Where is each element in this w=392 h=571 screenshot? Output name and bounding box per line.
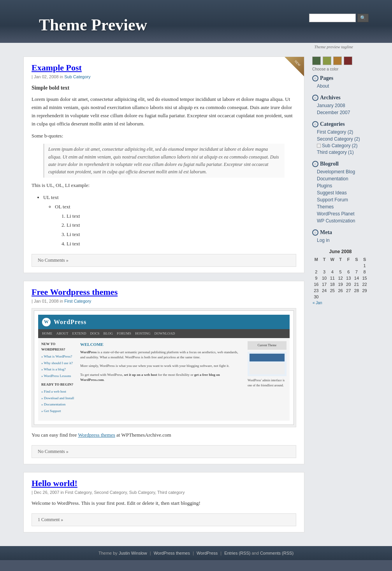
post-category[interactable]: First Category bbox=[64, 299, 91, 303]
list-item: December 2007 bbox=[317, 109, 369, 116]
list-item: Third category (1) bbox=[317, 149, 369, 155]
checkbox-icon bbox=[317, 144, 321, 148]
color-chooser[interactable] bbox=[312, 56, 369, 65]
calendar-row: 2345678 bbox=[312, 269, 369, 275]
sidebar: Choose a color ○ Pages About ○ Archives … bbox=[312, 56, 369, 540]
list-item: About bbox=[317, 83, 369, 89]
list-item: Themes bbox=[317, 204, 369, 210]
pages-icon: ○ bbox=[312, 75, 318, 81]
sidebar-pages-section: ○ Pages About bbox=[312, 75, 369, 89]
sidebar-categories-section: ○ Categories First Category (2) Second C… bbox=[312, 121, 369, 155]
sidebar-archives-heading: ○ Archives bbox=[312, 95, 369, 101]
color-swatch-green[interactable] bbox=[312, 56, 321, 65]
post-wordpress-themes: Free Wordpress themes | Jan 01, 2008 in … bbox=[23, 281, 304, 464]
color-chooser-label: Choose a color bbox=[312, 67, 369, 71]
wp-logo: W bbox=[42, 318, 51, 326]
blogroll-icon: ○ bbox=[312, 161, 318, 167]
list-item: Second Category (2) bbox=[317, 136, 369, 142]
list-item: First Category (2) bbox=[317, 129, 369, 135]
color-swatch-olive[interactable] bbox=[323, 56, 331, 65]
sidebar-blogroll-heading: ○ Blogroll bbox=[312, 161, 369, 167]
comments-link[interactable]: No Comments » bbox=[32, 254, 296, 267]
site-header: Theme Preview 🔍 bbox=[0, 0, 392, 43]
footer-wp-link[interactable]: WordPress bbox=[197, 551, 218, 555]
list-item: WP Customization bbox=[317, 218, 369, 224]
list-item: Li text bbox=[67, 212, 296, 220]
search-input[interactable] bbox=[309, 14, 356, 22]
wp-mockup: W WordPress HOME ABOUT EXTEND DOCS BLOG … bbox=[34, 310, 294, 425]
list-item: Li text bbox=[67, 231, 296, 239]
header-search[interactable]: 🔍 bbox=[309, 14, 369, 22]
calendar: June 2008 M T W T F S S 1234567891011121… bbox=[312, 249, 369, 306]
pages-list: About bbox=[312, 83, 369, 89]
meta-icon: ○ bbox=[312, 229, 318, 236]
categories-list: First Category (2) Second Category (2) S… bbox=[312, 129, 369, 155]
post-content: W WordPress HOME ABOUT EXTEND DOCS BLOG … bbox=[32, 308, 296, 439]
post-example: NEW Example Post | Jan 02, 2008 in Sub C… bbox=[23, 56, 304, 273]
color-swatch-red[interactable] bbox=[344, 56, 352, 65]
comments-link[interactable]: 1 Comment » bbox=[32, 513, 296, 526]
color-swatch-brown[interactable] bbox=[333, 56, 342, 65]
archives-list: January 2008 December 2007 bbox=[312, 102, 369, 116]
post-content: Simple bold text Lorem ipsum dolor sit a… bbox=[32, 84, 296, 248]
post-category[interactable]: Sub Category bbox=[64, 74, 90, 79]
wp-screenshot: W WordPress HOME ABOUT EXTEND DOCS BLOG … bbox=[32, 308, 296, 427]
post-title[interactable]: Free Wordpress themes bbox=[32, 287, 296, 297]
wp-mockup-header: W WordPress bbox=[38, 315, 290, 330]
wp-mockup-nav: HOME ABOUT EXTEND DOCS BLOG FORUMS HOSTI… bbox=[38, 329, 290, 338]
post-meta: | Jan 02, 2008 in Sub Category bbox=[32, 74, 296, 79]
categories-icon: ○ bbox=[312, 121, 318, 127]
post-meta: | Dec 26, 2007 in First Category, Second… bbox=[32, 490, 296, 495]
list-item: Development Blog bbox=[317, 169, 369, 175]
ol-list: Li text Li text Li text Li text bbox=[67, 212, 296, 248]
wp-themes-link[interactable]: Wordpress themes bbox=[78, 432, 115, 438]
post-hello-world: Hello world! | Dec 26, 2007 in First Cat… bbox=[23, 472, 304, 532]
post-meta: | Jan 01, 2008 in First Category bbox=[32, 299, 296, 303]
calendar-row: 16171819202122 bbox=[312, 281, 369, 287]
list-item: Log in bbox=[317, 237, 369, 243]
sidebar-archives-section: ○ Archives January 2008 December 2007 bbox=[312, 95, 369, 116]
footer-entries-rss-link[interactable]: Entries (RSS) bbox=[224, 551, 250, 555]
list-item: Documentation bbox=[317, 176, 369, 182]
calendar-title: June 2008 bbox=[312, 249, 369, 254]
main-wrapper: NEW Example Post | Jan 02, 2008 in Sub C… bbox=[0, 51, 392, 546]
post-content: Welcome to WordPress. This is your first… bbox=[32, 499, 296, 508]
calendar-row: 23242526272829 bbox=[312, 287, 369, 294]
wp-description: You can easy find free Wordpress themes … bbox=[32, 431, 296, 439]
search-button[interactable]: 🔍 bbox=[357, 14, 369, 22]
footer-wp-themes-link[interactable]: WordPress themes bbox=[154, 551, 190, 555]
list-item: Li text bbox=[67, 221, 296, 229]
footer-author-link[interactable]: Justin Winslow bbox=[119, 551, 147, 555]
list-item: Support Forum bbox=[317, 197, 369, 203]
list-item: Suggest Ideas bbox=[317, 190, 369, 196]
calendar-prev-link[interactable]: « Jan bbox=[313, 301, 322, 305]
footer-comments-rss-link[interactable]: Comments (RSS) bbox=[260, 551, 294, 555]
sidebar-pages-heading: ○ Pages bbox=[312, 75, 369, 81]
sidebar-meta-heading: ○ Meta bbox=[312, 229, 369, 236]
comments-link[interactable]: No Comments » bbox=[32, 445, 296, 458]
calendar-table: M T W T F S S 12345678910111213141516171… bbox=[312, 256, 369, 306]
meta-list: Log in bbox=[312, 237, 369, 243]
calendar-row: 9101112131415 bbox=[312, 275, 369, 281]
site-footer: Theme by Justin Winslow | WordPress them… bbox=[0, 546, 392, 560]
archives-icon: ○ bbox=[312, 95, 318, 101]
calendar-row: 1 bbox=[312, 263, 369, 269]
calendar-row: 30 bbox=[312, 294, 369, 300]
post-title[interactable]: Example Post bbox=[32, 63, 296, 73]
list-item: Sub Category (2) bbox=[317, 143, 369, 148]
content-area: NEW Example Post | Jan 02, 2008 in Sub C… bbox=[23, 56, 304, 540]
list-item: Li text bbox=[67, 240, 296, 248]
sidebar-blogroll-section: ○ Blogroll Development Blog Documentatio… bbox=[312, 161, 369, 224]
ul-list: UL text OL text Li text Li text Li text … bbox=[43, 194, 296, 248]
blogroll-list: Development Blog Documentation Plugins S… bbox=[312, 169, 369, 224]
post-title[interactable]: Hello world! bbox=[32, 478, 296, 488]
tagline: Theme preview tagline bbox=[0, 43, 392, 51]
list-item: Plugins bbox=[317, 183, 369, 189]
site-title: Theme Preview bbox=[39, 8, 353, 34]
list-item: January 2008 bbox=[317, 102, 369, 109]
sidebar-meta-section: ○ Meta Log in bbox=[312, 229, 369, 243]
wp-mockup-body: NEW TO WORDPRESS? » What is WordPress? »… bbox=[38, 338, 290, 421]
sidebar-categories-heading: ○ Categories bbox=[312, 121, 369, 127]
list-item: WordPress Planet bbox=[317, 211, 369, 217]
